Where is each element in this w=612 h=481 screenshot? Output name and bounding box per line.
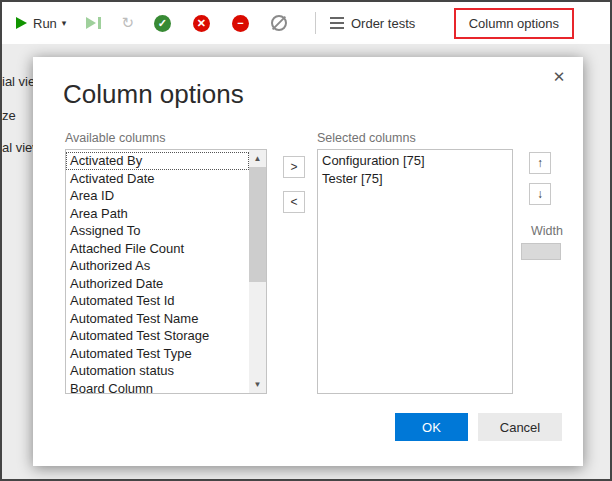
scroll-down-icon[interactable]: ▼ [249, 376, 266, 393]
list-item[interactable]: Area Path [66, 205, 249, 223]
background-text-fragment: ze [2, 108, 16, 123]
remove-column-button[interactable]: < [283, 191, 305, 213]
move-up-button[interactable]: ↑ [529, 152, 551, 174]
list-item[interactable]: Tester [75] [318, 170, 512, 188]
mark-failed-icon[interactable]: ✕ [193, 15, 210, 32]
run-button[interactable]: Run ▾ [16, 16, 66, 31]
ok-button[interactable]: OK [395, 413, 468, 441]
column-options-button[interactable]: Column options [454, 8, 574, 39]
available-columns-items: Activated By Activated Date Area ID Area… [66, 150, 249, 393]
scroll-up-icon[interactable]: ▲ [249, 150, 266, 167]
width-label: Width [521, 224, 563, 238]
mark-blocked-icon[interactable]: − [232, 15, 249, 32]
run-all-play-icon [86, 17, 96, 29]
modal-overlay: ial vie ze al view ✕ Column options Avai… [2, 44, 610, 479]
column-options-dialog: ✕ Column options Available columns Selec… [33, 57, 583, 466]
list-item[interactable]: Area ID [66, 187, 249, 205]
cancel-button[interactable]: Cancel [478, 413, 562, 441]
run-label: Run [33, 16, 57, 31]
run-dropdown-caret-icon: ▾ [62, 18, 67, 28]
list-item[interactable]: Automation status [66, 362, 249, 380]
test-toolbar: Run ▾ ↻ ✓ ✕ − Order tests Column options [2, 2, 610, 44]
list-item[interactable]: Automated Test Type [66, 345, 249, 363]
list-item[interactable]: Board Column [66, 380, 249, 394]
width-input [521, 243, 561, 260]
available-columns-label: Available columns [65, 131, 166, 145]
toolbar-separator [315, 12, 316, 34]
list-item[interactable]: Automated Test Storage [66, 327, 249, 345]
resume-icon[interactable]: ↻ [121, 14, 134, 32]
selected-columns-listbox: Configuration [75] Tester [75] [317, 149, 513, 394]
run-all-bar-icon [98, 17, 101, 29]
list-item[interactable]: Activated Date [66, 170, 249, 188]
order-tests-button[interactable]: Order tests [330, 16, 415, 31]
run-play-icon [16, 17, 27, 29]
scrollbar[interactable]: ▲ ▼ [249, 150, 266, 393]
close-icon[interactable]: ✕ [549, 67, 569, 87]
scrollbar-thumb[interactable] [249, 167, 266, 282]
available-columns-listbox: Activated By Activated Date Area ID Area… [65, 149, 267, 394]
list-item[interactable]: Authorized Date [66, 275, 249, 293]
list-item[interactable]: Attached File Count [66, 240, 249, 258]
scrollbar-track[interactable] [249, 167, 266, 376]
app-window: Run ▾ ↻ ✓ ✕ − Order tests Column options… [0, 0, 612, 481]
mark-not-applicable-icon[interactable] [271, 15, 287, 31]
move-down-button[interactable]: ↓ [529, 183, 551, 205]
mark-passed-icon[interactable]: ✓ [154, 15, 171, 32]
list-item[interactable]: Automated Test Id [66, 292, 249, 310]
selected-columns-label: Selected columns [317, 131, 416, 145]
background-text-fragment: ial vie [2, 74, 35, 89]
order-tests-icon [330, 17, 344, 29]
order-tests-label: Order tests [351, 16, 415, 31]
list-item[interactable]: Automated Test Name [66, 310, 249, 328]
run-all-button[interactable] [86, 17, 101, 29]
list-item[interactable]: Authorized As [66, 257, 249, 275]
add-column-button[interactable]: > [283, 156, 305, 178]
list-item[interactable]: Configuration [75] [318, 152, 512, 170]
selected-columns-items: Configuration [75] Tester [75] [318, 150, 512, 187]
width-group: Width [521, 224, 563, 260]
dialog-title: Column options [63, 79, 244, 110]
list-item[interactable]: Activated By [66, 152, 249, 170]
list-item[interactable]: Assigned To [66, 222, 249, 240]
